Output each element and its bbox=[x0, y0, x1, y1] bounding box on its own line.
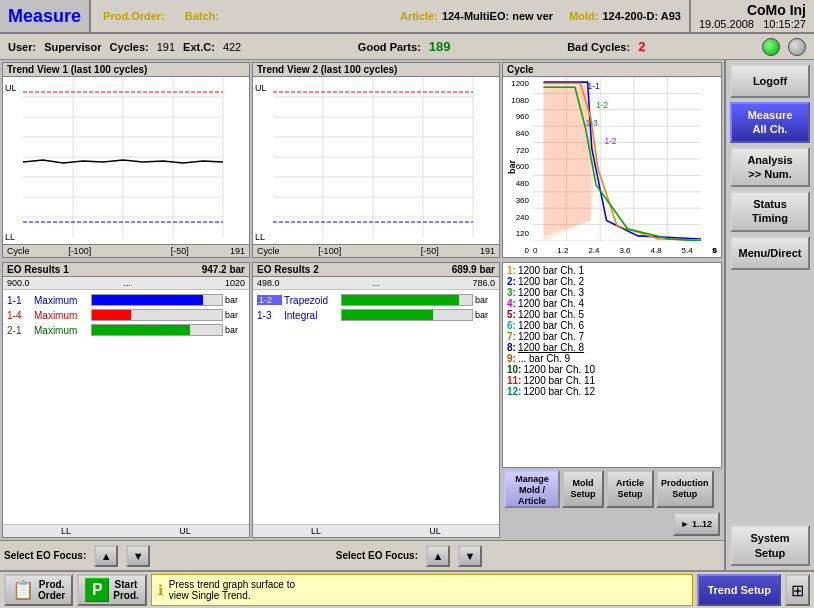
menu-direct-button[interactable]: Menu/Direct bbox=[730, 236, 810, 270]
eo2-item-2: 1-3 Integral bar bbox=[257, 309, 495, 321]
trend-view-2[interactable]: Trend View 2 (last 100 cycles) UL LL bbox=[252, 62, 500, 258]
eo1-title: EO Results 1 bbox=[7, 264, 202, 275]
eo1-value: 947.2 bar bbox=[202, 264, 245, 275]
mold-label: Mold: bbox=[569, 10, 598, 22]
status-timing-button[interactable]: StatusTiming bbox=[730, 191, 810, 232]
eo-results-2: EO Results 2 689.9 bar 498.0 ... 786.0 1… bbox=[252, 262, 500, 538]
measure-all-button[interactable]: MeasureAll Ch. bbox=[730, 102, 810, 143]
app-name: CoMo Inj bbox=[747, 2, 806, 18]
po-icon: 📋 bbox=[12, 579, 34, 601]
app-title: Measure bbox=[0, 0, 91, 32]
eo1-item-3: 2-1 Maximum bar bbox=[7, 324, 245, 336]
trend1-cycle-axis: Cycle [-100] [-50] 191 bbox=[3, 244, 249, 257]
cycle-title: Cycle bbox=[503, 63, 721, 77]
good-parts-value: 189 bbox=[429, 39, 451, 54]
trend1-ll: LL bbox=[5, 232, 15, 242]
eo-focus-down-2[interactable]: ▼ bbox=[458, 545, 482, 567]
cycle-x-label: s bbox=[712, 245, 717, 255]
trend2-ul: UL bbox=[255, 83, 267, 93]
po-order-button[interactable]: 📋 Prod.Order bbox=[4, 574, 73, 606]
p-indicator: P bbox=[85, 578, 109, 602]
header-time: 10:15:27 bbox=[763, 18, 806, 30]
eo2-value: 689.9 bar bbox=[452, 264, 495, 275]
led-green bbox=[762, 38, 780, 56]
bad-cycles-value: 2 bbox=[638, 39, 645, 54]
info-icon: ℹ bbox=[158, 582, 163, 598]
logoff-button[interactable]: Logoff bbox=[730, 64, 810, 98]
prod-order-label: Prod.Order: bbox=[103, 10, 165, 22]
cycles-value: 191 bbox=[157, 41, 175, 53]
mold-value: 124-200-D: A93 bbox=[602, 10, 680, 22]
eo2-title: EO Results 2 bbox=[257, 264, 452, 275]
eo-results-1: EO Results 1 947.2 bar 900.0 ... 1020 1-… bbox=[2, 262, 250, 538]
header-date: 19.05.2008 bbox=[699, 18, 754, 30]
eo1-item-2: 1-4 Maximum bar bbox=[7, 309, 245, 321]
eo2-item-1: 1-2 Trapezoid bar bbox=[257, 294, 495, 306]
svg-text:1-1: 1-1 bbox=[588, 81, 601, 91]
good-parts-label: Good Parts: bbox=[358, 41, 421, 53]
cycle-graph: Cycle 120010809608407206004803602401200 … bbox=[502, 62, 722, 258]
svg-text:1-2: 1-2 bbox=[596, 100, 609, 110]
ext-c-value: 422 bbox=[223, 41, 241, 53]
user-value: Supervisor bbox=[44, 41, 101, 53]
start-prod-button[interactable]: P StartProd. bbox=[77, 574, 147, 606]
legend-panel: 1:1200 bar Ch. 1 2:1200 bar Ch. 2 3:1200… bbox=[502, 262, 722, 468]
trend-setup-button[interactable]: Trend Setup bbox=[697, 574, 781, 606]
svg-text:1-3: 1-3 bbox=[586, 118, 599, 128]
eo1-item-1: 1-1 Maximum bar bbox=[7, 294, 245, 306]
nav-1-12-button[interactable]: ► 1..12 bbox=[673, 512, 720, 536]
trend2-title: Trend View 2 (last 100 cycles) bbox=[253, 63, 499, 77]
trend-view-1[interactable]: Trend View 1 (last 100 cycles) UL LL bbox=[2, 62, 250, 258]
ext-c-label: Ext.C: bbox=[183, 41, 215, 53]
info-message: ℹ Press trend graph surface to view Sing… bbox=[151, 574, 694, 606]
layout-button[interactable]: ⊞ bbox=[785, 574, 810, 606]
svg-text:1-2: 1-2 bbox=[604, 136, 617, 146]
eo-focus-up-1[interactable]: ▲ bbox=[94, 545, 118, 567]
production-setup-button[interactable]: ProductionSetup bbox=[656, 470, 714, 508]
cycles-label: Cycles: bbox=[110, 41, 149, 53]
eo-focus-label-1: Select EO Focus: bbox=[4, 550, 86, 561]
trend2-cycle-axis: Cycle [-100] [-50] 191 bbox=[253, 244, 499, 257]
eo-focus-label-2: Select EO Focus: bbox=[336, 550, 418, 561]
trend2-ll: LL bbox=[255, 232, 265, 242]
article-setup-button[interactable]: ArticleSetup bbox=[606, 470, 654, 508]
trend1-title: Trend View 1 (last 100 cycles) bbox=[3, 63, 249, 77]
user-label: User: bbox=[8, 41, 36, 53]
trend1-ul: UL bbox=[5, 83, 17, 93]
mold-setup-button[interactable]: MoldSetup bbox=[562, 470, 604, 508]
cycle-y-label: bar bbox=[507, 160, 517, 174]
article-label: Article: bbox=[400, 10, 438, 22]
eo-focus-up-2[interactable]: ▲ bbox=[426, 545, 450, 567]
system-setup-button[interactable]: SystemSetup bbox=[730, 525, 810, 566]
eo-focus-down-1[interactable]: ▼ bbox=[126, 545, 150, 567]
bad-cycles-label: Bad Cycles: bbox=[567, 41, 630, 53]
led-gray bbox=[788, 38, 806, 56]
article-value: 124-MultiEO: new ver bbox=[442, 10, 553, 22]
batch-label: Batch: bbox=[185, 10, 219, 22]
analysis-button[interactable]: Analysis>> Num. bbox=[730, 147, 810, 188]
manage-mold-button[interactable]: ManageMold /Article bbox=[504, 470, 560, 508]
